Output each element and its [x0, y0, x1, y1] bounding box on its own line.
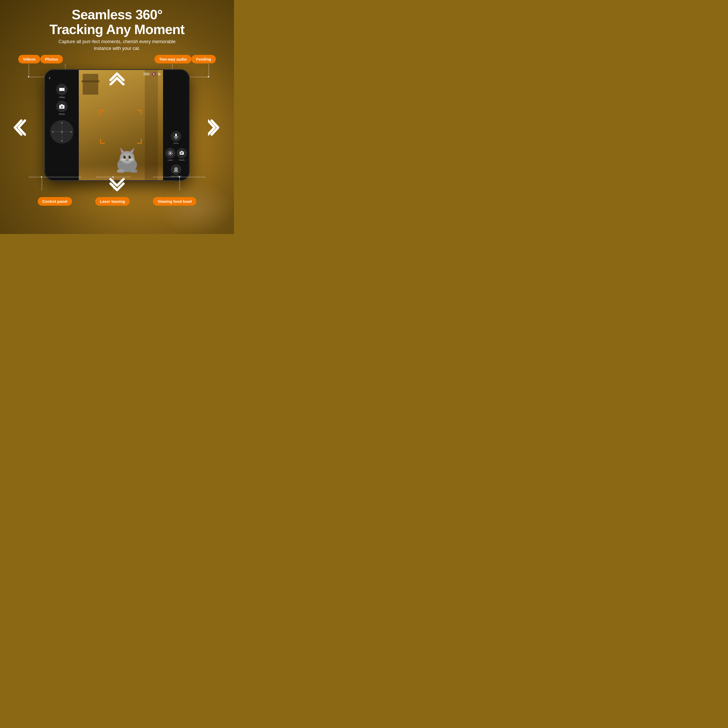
svg-rect-24	[175, 134, 177, 137]
photo-button[interactable]: Photo	[56, 101, 67, 115]
svg-rect-0	[59, 88, 63, 91]
top-labels: Videos Photos Two-way audio Feeding	[11, 55, 223, 63]
svg-line-35	[168, 154, 170, 155]
phone-section: Videos Photos Two-way audio Feeding	[11, 55, 223, 206]
feeds-label: Feeds	[179, 159, 185, 161]
svg-point-27	[170, 152, 171, 154]
chevron-left	[11, 118, 26, 138]
label-two-way-audio: Two-way audio	[154, 55, 191, 63]
label-feeding: Feeding	[191, 55, 216, 63]
headline-line2: Tracking Any Moment	[49, 22, 184, 37]
headline-subtitle: Capture all purr-fect moments, cherish e…	[49, 38, 185, 52]
chevron-up	[108, 71, 126, 86]
svg-rect-38	[180, 152, 183, 153]
voice-button[interactable]: Voice	[171, 131, 181, 144]
chevron-down	[108, 178, 126, 193]
headline-section: Seamless 360° Tracking Any Moment Captur…	[49, 0, 185, 54]
label-videos: Videos	[18, 55, 40, 63]
look-at-bowl-button[interactable]: Look at Bowl	[171, 164, 181, 177]
label-laser-teasing: Laser teasing	[95, 197, 130, 206]
video-label: Video	[59, 96, 65, 99]
svg-point-15	[125, 156, 125, 157]
svg-point-12	[121, 153, 133, 163]
svg-rect-39	[180, 153, 182, 154]
camera-view: Auto 🔇 ⚙	[79, 70, 163, 180]
video-button[interactable]: Video	[56, 84, 67, 99]
settings-icon[interactable]: ⚙	[158, 72, 161, 76]
svg-point-41	[176, 168, 177, 170]
focus-bracket	[100, 110, 142, 144]
svg-marker-37	[181, 151, 182, 151]
label-viewing-food-bowl: Viewing food bowl	[153, 197, 196, 206]
svg-point-4	[61, 106, 63, 107]
svg-line-33	[171, 154, 172, 155]
bottom-labels: Control panel Laser teasing Viewing food…	[11, 197, 223, 206]
auto-badge: Auto	[143, 72, 150, 76]
label-photos: Photos	[40, 55, 63, 63]
photo-label: Photo	[59, 113, 65, 115]
svg-point-42	[174, 171, 178, 172]
phone-left-panel: ‹ Video	[45, 70, 79, 180]
laser-label: Laser	[168, 159, 173, 161]
svg-rect-5	[61, 104, 63, 105]
joystick-control[interactable]	[50, 120, 73, 144]
label-control-panel: Control panel	[38, 197, 72, 206]
laser-button[interactable]: Laser	[165, 148, 176, 161]
chevron-right	[208, 118, 223, 138]
svg-marker-1	[63, 87, 64, 92]
cat-image	[112, 144, 143, 174]
camera-top-bar: Auto 🔇 ⚙	[143, 72, 161, 76]
svg-point-14	[128, 156, 131, 159]
voice-label: Voice	[173, 142, 179, 144]
svg-point-16	[130, 156, 131, 157]
headline-line1: Seamless 360°	[72, 7, 162, 22]
phone-right-panel: Voice	[163, 70, 189, 180]
feeds-button[interactable]: Feeds	[177, 148, 187, 161]
svg-rect-36	[180, 151, 184, 155]
back-arrow-icon[interactable]: ‹	[49, 75, 50, 81]
svg-line-34	[171, 151, 172, 152]
svg-point-13	[123, 156, 126, 159]
svg-line-32	[168, 151, 170, 152]
mute-icon[interactable]: 🔇	[151, 72, 156, 76]
